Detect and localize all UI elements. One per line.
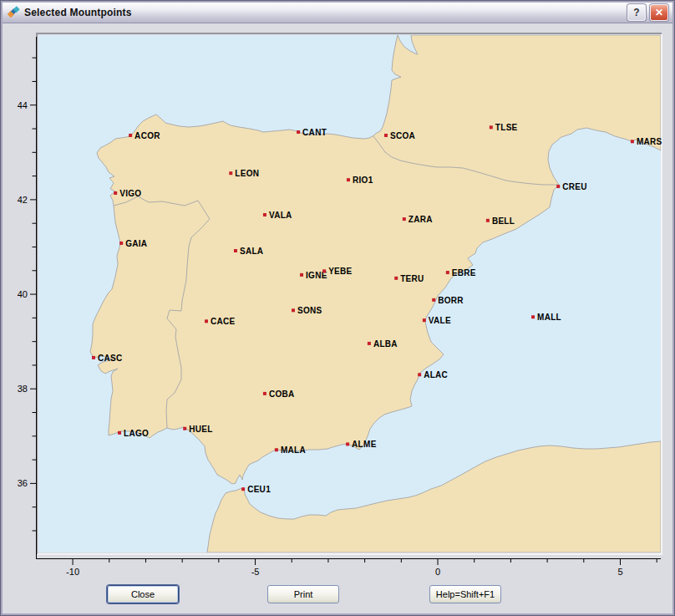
station-label: SONS	[297, 306, 322, 315]
station-marker	[531, 315, 535, 318]
station-marker	[446, 271, 449, 274]
window-title: Selected Mountpoints	[24, 7, 132, 18]
station-label: SCOA	[390, 131, 415, 140]
station-marker	[263, 392, 266, 395]
y-tick-label: 36	[18, 478, 28, 488]
station-label: ALBA	[373, 339, 398, 349]
station-label: VIGO	[119, 189, 141, 198]
station-label: TERU	[400, 274, 424, 283]
x-tick-label: 5	[617, 567, 622, 577]
x-axis-ticks: -10-505	[66, 559, 657, 578]
station-marker	[300, 273, 303, 277]
station-marker	[118, 431, 121, 435]
station-marker	[205, 319, 208, 323]
station-marker	[119, 242, 123, 245]
station-label: ALME	[352, 440, 377, 449]
station-marker	[275, 448, 278, 451]
station-marker	[241, 487, 245, 491]
station-marker	[384, 134, 388, 137]
station-label: ZARA	[409, 215, 433, 224]
station-label: LEON	[235, 169, 259, 178]
station-label: CASC	[98, 354, 123, 363]
y-tick-label: 44	[18, 100, 28, 110]
station-label: MALA	[281, 445, 306, 455]
selected-mountpoints-window: -10-505 3638404244 ACORVIGOGAIALEONVALAS…	[0, 0, 675, 616]
station-marker	[423, 318, 426, 322]
station-label: BELL	[492, 216, 515, 226]
close-button[interactable]: Close	[107, 585, 179, 603]
station-marker	[432, 298, 435, 302]
station-label: LAGO	[124, 429, 149, 438]
y-tick-label: 38	[18, 384, 28, 394]
station-label: RIO1	[353, 176, 373, 185]
station-marker	[297, 130, 300, 134]
station-label: MALL	[537, 313, 561, 322]
station-marker	[322, 269, 326, 272]
station-marker	[486, 219, 490, 222]
station-label: VALA	[269, 211, 292, 220]
station-marker	[368, 342, 371, 345]
station-label: GAIA	[125, 239, 147, 248]
station-label: TLSE	[495, 123, 518, 132]
station-label: MARS	[637, 137, 662, 146]
station-label: ACOR	[134, 131, 160, 140]
station-marker	[263, 213, 266, 216]
station-label: CANT	[302, 128, 327, 137]
station-marker	[394, 277, 398, 280]
station-label: CREU	[562, 182, 587, 191]
print-button[interactable]: Print	[267, 585, 339, 603]
station-marker	[346, 442, 349, 445]
station-label: SALA	[240, 247, 263, 256]
y-tick-label: 42	[18, 195, 28, 205]
x-tick-label: -10	[66, 567, 79, 577]
station-marker	[292, 308, 295, 312]
station-marker	[229, 171, 232, 175]
titlebar-close-button[interactable]: ✕	[650, 4, 668, 21]
titlebar[interactable]: Selected Mountpoints ? ✕	[3, 3, 672, 23]
station-label: VALE	[429, 316, 451, 325]
station-label: ALAC	[424, 370, 448, 379]
station-label: BORR	[438, 296, 464, 305]
help-button[interactable]: Help=Shift+F1	[429, 585, 501, 603]
station-label: CEU1	[247, 485, 271, 494]
station-marker	[114, 191, 117, 195]
station-marker	[403, 217, 406, 221]
station-label: CACE	[211, 317, 236, 326]
app-icon	[7, 6, 20, 19]
station-marker	[418, 373, 421, 376]
station-label: COBA	[269, 389, 295, 399]
titlebar-help-button[interactable]: ?	[627, 4, 646, 21]
station-marker	[234, 249, 237, 252]
station-marker	[556, 185, 560, 188]
map-plot: -10-505 3638404244 ACORVIGOGAIALEONVALAS…	[0, 0, 675, 616]
station-label: EBRE	[452, 268, 476, 277]
x-tick-label: 0	[435, 567, 440, 577]
station-marker	[129, 134, 132, 137]
station-marker	[631, 140, 634, 143]
y-tick-label: 40	[18, 289, 28, 299]
station-marker	[183, 427, 186, 430]
x-tick-label: -5	[251, 567, 260, 577]
station-label: HUEL	[189, 425, 212, 434]
y-axis-ticks: 3638404244	[18, 58, 36, 531]
station-marker	[490, 125, 493, 129]
station-marker	[347, 178, 350, 181]
station-marker	[92, 356, 95, 359]
station-label: YEBE	[328, 267, 352, 276]
